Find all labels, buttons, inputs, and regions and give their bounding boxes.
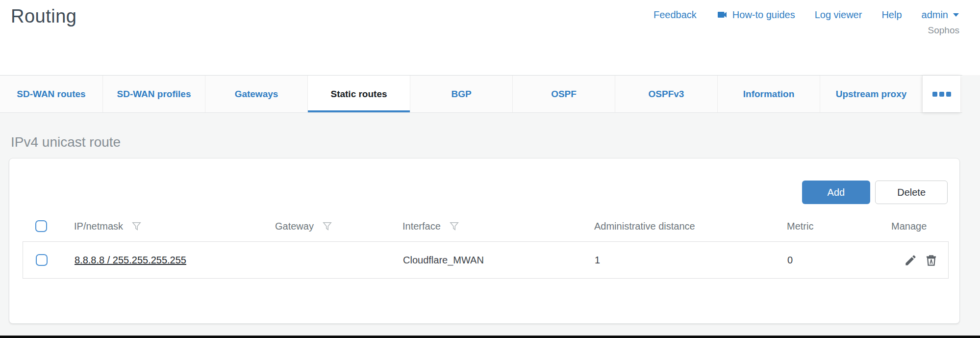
- tab-information[interactable]: Information: [717, 76, 820, 112]
- col-header-interface: Interface: [402, 221, 441, 232]
- col-header-ip-netmask: IP/netmask: [74, 221, 123, 232]
- tab-gateways[interactable]: Gateways: [205, 76, 307, 112]
- edit-icon[interactable]: [904, 254, 917, 267]
- page-title: Routing: [11, 6, 76, 27]
- tab-ospfv3[interactable]: OSPFv3: [615, 76, 717, 112]
- route-ip-netmask-link[interactable]: 8.8.8.8 / 255.255.255.255: [75, 255, 186, 265]
- tab-ospf[interactable]: OSPF: [512, 76, 615, 112]
- tabbar-row: SD-WAN routes SD-WAN profiles Gateways S…: [0, 75, 980, 113]
- tab-sdwan-profiles[interactable]: SD-WAN profiles: [102, 76, 205, 112]
- delete-button[interactable]: Delete: [875, 181, 948, 204]
- route-admin-distance-cell: 1: [595, 255, 787, 266]
- feedback-link[interactable]: Feedback: [653, 9, 697, 21]
- tab-bgp[interactable]: BGP: [410, 76, 512, 112]
- how-to-guides-link[interactable]: How-to guides: [716, 9, 795, 21]
- help-link[interactable]: Help: [881, 9, 902, 21]
- tab-upstream-proxy[interactable]: Upstream proxy: [820, 76, 922, 112]
- log-viewer-label: Log viewer: [815, 9, 862, 21]
- row-checkbox[interactable]: [36, 254, 48, 266]
- col-header-gateway: Gateway: [275, 221, 314, 232]
- table-actions: Add Delete: [9, 158, 959, 204]
- video-icon: [716, 9, 728, 21]
- admin-menu-label: admin: [922, 9, 948, 21]
- section-heading: IPv4 unicast route: [11, 134, 980, 150]
- tabs-overflow-button[interactable]: [922, 76, 960, 112]
- col-header-metric: Metric: [787, 221, 813, 232]
- how-to-guides-label: How-to guides: [732, 9, 795, 21]
- routes-table: IP/netmask Gateway Interface Administrat…: [23, 211, 949, 279]
- log-viewer-link[interactable]: Log viewer: [815, 9, 862, 21]
- admin-menu[interactable]: admin: [922, 9, 959, 21]
- brand-label: Sophos: [928, 25, 959, 36]
- select-all-checkbox[interactable]: [35, 220, 47, 232]
- tab-bar: SD-WAN routes SD-WAN profiles Gateways S…: [0, 75, 962, 113]
- header-links: Feedback How-to guides Log viewer Help a…: [653, 9, 959, 21]
- feedback-link-label: Feedback: [653, 9, 697, 21]
- ellipsis-icon: [932, 92, 937, 97]
- route-interface-cell: Cloudflare_MWAN: [403, 255, 595, 266]
- table-header-row: IP/netmask Gateway Interface Administrat…: [23, 211, 949, 241]
- routes-card: Add Delete IP/netmask Gateway Interface: [9, 158, 960, 324]
- route-metric-cell: 0: [787, 255, 870, 266]
- delete-icon[interactable]: [925, 254, 938, 267]
- filter-icon[interactable]: [131, 221, 142, 232]
- col-header-admin-distance: Administrative distance: [594, 221, 695, 232]
- caret-down-icon: [953, 12, 959, 17]
- header-right: Feedback How-to guides Log viewer Help a…: [653, 5, 959, 36]
- tab-static-routes[interactable]: Static routes: [307, 76, 410, 112]
- help-label: Help: [881, 9, 902, 21]
- route-manage-cell: [870, 254, 948, 267]
- filter-icon[interactable]: [449, 221, 460, 232]
- table-row: 8.8.8.8 / 255.255.255.255 Cloudflare_MWA…: [23, 241, 949, 279]
- tab-sdwan-routes[interactable]: SD-WAN routes: [0, 76, 102, 112]
- add-button[interactable]: Add: [802, 181, 871, 204]
- window-bottom-edge: [0, 336, 980, 338]
- col-header-manage: Manage: [891, 221, 927, 232]
- filter-icon[interactable]: [322, 221, 333, 232]
- page-header: Routing Feedback How-to guides Log viewe…: [0, 0, 980, 75]
